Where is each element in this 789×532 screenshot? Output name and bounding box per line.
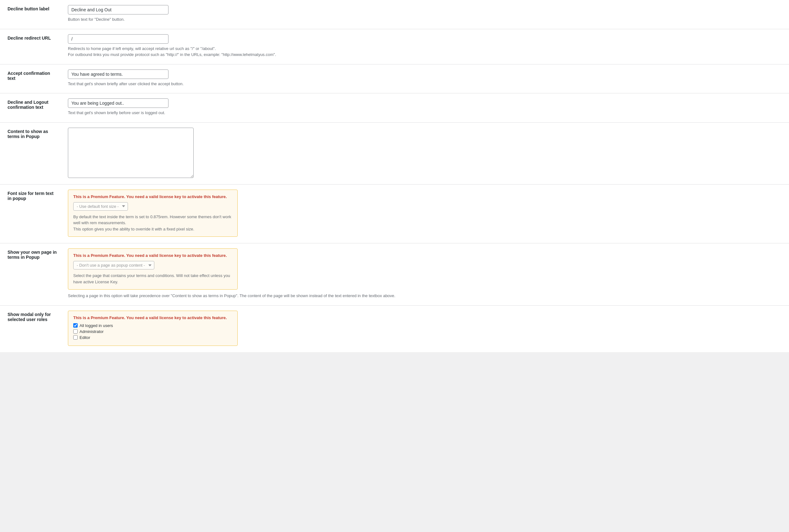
help-decline-redirect-url: Redirects to home page if left empty, wi… <box>68 45 784 58</box>
value-cell-show-modal-user-roles: This is a Premium Feature. You need a va… <box>63 305 789 352</box>
premium-notice-show-modal-user-roles: This is a Premium Feature. You need a va… <box>73 315 232 320</box>
settings-row-accept-confirmation-text: Accept confirmation textText that get's … <box>0 64 789 93</box>
checkbox-item-0: All logged in users <box>73 323 232 328</box>
label-decline-logout-confirmation-text: Decline and Logout confirmation text <box>0 93 63 122</box>
premium-help-show-own-page-popup: Select the page that contains your terms… <box>73 272 232 285</box>
label-show-own-page-popup: Show your own page in terms in Popup <box>0 243 63 306</box>
settings-row-decline-button-label: Decline button labelButton text for "Dec… <box>0 0 789 29</box>
checkbox-0[interactable] <box>73 323 78 328</box>
label-content-popup-terms: Content to show as terms in Popup <box>0 122 63 184</box>
checkbox-2[interactable] <box>73 335 78 340</box>
value-cell-accept-confirmation-text: Text that get's shown briefly after user… <box>63 64 789 93</box>
checkbox-list-show-modal-user-roles: All logged in usersAdministratorEditor <box>73 323 232 340</box>
settings-row-show-own-page-popup: Show your own page in terms in PopupThis… <box>0 243 789 306</box>
checkbox-item-1: Administrator <box>73 329 232 334</box>
premium-help-font-size-term-popup: By default the text inside the term is s… <box>73 214 232 232</box>
select-font-size-term-popup[interactable]: - Use default font size - <box>73 202 128 211</box>
input-accept-confirmation-text[interactable] <box>68 70 169 79</box>
settings-row-content-popup-terms: Content to show as terms in Popup <box>0 122 789 184</box>
premium-notice-show-own-page-popup: This is a Premium Feature. You need a va… <box>73 253 232 258</box>
checkbox-label-0: All logged in users <box>79 323 113 328</box>
checkbox-item-2: Editor <box>73 335 232 340</box>
checkbox-label-2: Editor <box>79 335 90 340</box>
input-decline-button-label[interactable] <box>68 5 169 15</box>
label-font-size-term-popup: Font size for term text in popup <box>0 184 63 243</box>
input-decline-logout-confirmation-text[interactable] <box>68 98 169 108</box>
premium-box-show-own-page-popup: This is a Premium Feature. You need a va… <box>68 248 238 290</box>
settings-row-font-size-term-popup: Font size for term text in popupThis is … <box>0 184 789 243</box>
value-cell-decline-logout-confirmation-text: Text that get's shown briefly before use… <box>63 93 789 122</box>
help-decline-logout-confirmation-text: Text that get's shown briefly before use… <box>68 110 784 116</box>
label-decline-button-label: Decline button label <box>0 0 63 29</box>
premium-box-font-size-term-popup: This is a Premium Feature. You need a va… <box>68 190 238 237</box>
value-cell-font-size-term-popup: This is a Premium Feature. You need a va… <box>63 184 789 243</box>
checkbox-label-1: Administrator <box>79 329 104 334</box>
settings-table: Decline button labelButton text for "Dec… <box>0 0 789 352</box>
label-accept-confirmation-text: Accept confirmation text <box>0 64 63 93</box>
value-cell-decline-button-label: Button text for "Decline" button. <box>63 0 789 29</box>
premium-box-show-modal-user-roles: This is a Premium Feature. You need a va… <box>68 311 238 346</box>
value-cell-decline-redirect-url: Redirects to home page if left empty, wi… <box>63 29 789 64</box>
select-show-own-page-popup[interactable]: - Don't use a page as popup content - <box>73 261 154 269</box>
bottom-note-show-own-page-popup: Selecting a page in this option will tak… <box>68 293 784 299</box>
settings-row-decline-logout-confirmation-text: Decline and Logout confirmation textText… <box>0 93 789 122</box>
checkbox-1[interactable] <box>73 329 78 334</box>
label-show-modal-user-roles: Show modal only for selected user roles <box>0 305 63 352</box>
settings-row-show-modal-user-roles: Show modal only for selected user rolesT… <box>0 305 789 352</box>
help-accept-confirmation-text: Text that get's shown briefly after user… <box>68 81 784 87</box>
settings-row-decline-redirect-url: Decline redirect URLRedirects to home pa… <box>0 29 789 64</box>
value-cell-content-popup-terms <box>63 122 789 184</box>
input-decline-redirect-url[interactable] <box>68 34 169 44</box>
help-decline-button-label: Button text for "Decline" button. <box>68 16 784 23</box>
value-cell-show-own-page-popup: This is a Premium Feature. You need a va… <box>63 243 789 306</box>
premium-notice-font-size-term-popup: This is a Premium Feature. You need a va… <box>73 194 232 199</box>
label-decline-redirect-url: Decline redirect URL <box>0 29 63 64</box>
textarea-content-popup-terms[interactable] <box>68 128 194 178</box>
